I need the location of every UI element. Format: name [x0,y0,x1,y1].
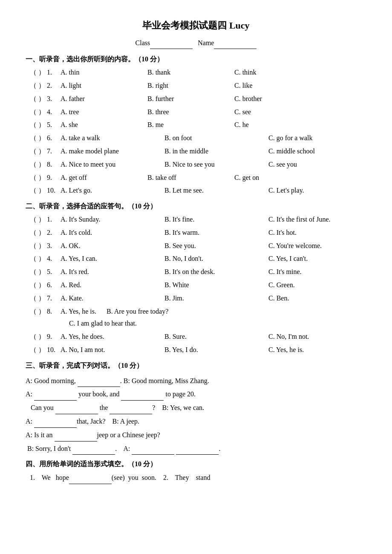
s2-q8: （ ） 8. A. Yes, he is. B. Are you free to… [26,306,366,330]
s2-q6: （ ） 6. A. Red. B. White C. Green. [26,279,366,291]
s1-q2: （ ） 2. A. light B. right C. like [26,80,366,92]
class-name-row: Class Name [26,37,366,49]
s2-q9: （ ） 9. A. Yes, he does. B. Sure. C. No, … [26,331,366,343]
s1-q7: （ ） 7. A. make model plane B. in the mid… [26,145,366,158]
s2-q7: （ ） 7. A. Kate. B. Jim. C. Ben. [26,292,366,305]
section1-questions: （ ） 1. A. thin B. thank C. think （ ） 2. … [26,66,366,197]
section1-title: 一、听录音，选出你所听到的内容。（10 分） [26,53,366,66]
s1-q3: （ ） 3. A. father B. further C. brother [26,93,366,105]
section4-line1: 1. We hope (see) you soon. 2. They stand [26,471,366,484]
s2-q5: （ ） 5. A. It's red. B. It's on the desk.… [26,266,366,278]
s2-q1: （ ） 1. A. It's Sunday. B. It's fine. C. … [26,214,366,226]
s2-q3: （ ） 3. A. OK. B. See you. C. You're welc… [26,240,366,252]
section3-dialogue: A: Good morning, . B: Good morning, Miss… [26,375,366,455]
s2-q10: （ ） 10. A. No, I am not. B. Yes, I do. C… [26,344,366,356]
name-label: Name [198,39,214,46]
s1-q8: （ ） 8. A. Nice to meet you B. Nice to se… [26,159,366,171]
s1-q5: （ ） 5. A. she B. me C. he [26,119,366,131]
s3-line1: A: Good morning, . B: Good morning, Miss… [26,375,366,387]
s3-line3: Can you the ? B: Yes, we can. [26,401,366,414]
section2-questions: （ ） 1. A. It's Sunday. B. It's fine. C. … [26,214,366,356]
s3-line6: B: Sorry, I don't . A: . [26,442,366,455]
s3-line2: A: your book, and to page 20. [26,388,366,401]
s1-q1: （ ） 1. A. thin B. thank C. think [26,66,366,79]
s2-q4: （ ） 4. A. Yes, I can. B. No, I don't. C.… [26,253,366,265]
s3-line5: A: Is it an jeep or a Chinese jeep? [26,429,366,441]
s1-q10: （ ） 10. A. Let's go. B. Let me see. C. L… [26,185,366,197]
section4-title: 四、用所给单词的适当形式填空。（10 分） [26,458,366,470]
s1-q9: （ ） 9. A. get off B. take off C. get on [26,172,366,184]
section3-title: 三、听录音，完成下列对话。（10 分） [26,360,366,372]
class-label: Class [135,39,150,46]
section2-title: 二、听录音，选择合适的应答句。（10 分） [26,200,366,213]
s1-q6: （ ） 6. A. take a walk B. on foot C. go f… [26,132,366,144]
s3-line4: A: that, Jack? B: A jeep. [26,415,366,428]
page-title: 毕业会考模拟试题四 Lucy [26,17,366,34]
paren: （ ） [30,66,47,79]
s1-q4: （ ） 4. A. tree B. three C. see [26,106,366,118]
s2-q2: （ ） 2. A. It's cold. B. It's warm. C. It… [26,227,366,239]
